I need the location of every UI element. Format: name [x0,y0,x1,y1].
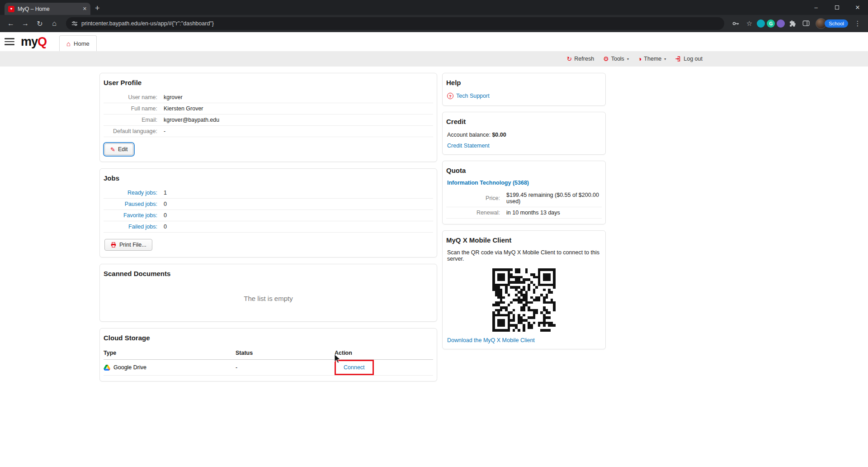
google-drive-icon [104,365,110,371]
print-file-button[interactable]: Print File... [104,239,152,251]
jobs-row: Failed jobs: 0 [104,221,433,233]
logout-button[interactable]: Log out [675,56,703,62]
print-file-label: Print File... [119,242,146,248]
card-title: User Profile [104,79,433,92]
card-title: Scanned Documents [104,270,433,283]
storage-type-label: Google Drive [113,364,146,371]
chevron-down-icon: ▾ [664,57,666,61]
tools-label: Tools [611,56,624,62]
row-value: in 10 months 13 days [506,210,560,216]
profile-name-pill: School [825,19,848,28]
tech-support-link[interactable]: Tech Support [456,93,490,99]
empty-list-text: The list is empty [104,283,433,316]
new-tab-button[interactable]: + [95,4,100,13]
row-label: Price: [446,195,500,201]
home-icon[interactable]: ⌂ [48,17,61,30]
balance-value: $0.00 [492,132,506,138]
connect-link[interactable]: Connect [344,364,365,371]
tab-close-icon[interactable]: ✕ [83,6,87,12]
bookmark-star-icon[interactable]: ☆ [743,18,755,29]
site-settings-icon[interactable] [71,20,78,27]
tab-home[interactable]: ⌂ Home [59,35,97,51]
quota-account-link[interactable]: Information Technology (5368) [447,180,529,186]
profile-row: Email: kgrover@baypath.edu [104,114,433,126]
browser-profile-button[interactable]: School [816,18,848,29]
myq-logo: myQ [21,35,47,49]
browser-menu-kebab-icon[interactable]: ⋮ [852,18,863,29]
card-title: Jobs [104,174,433,187]
printer-icon [110,242,117,248]
paused-jobs-link[interactable]: Paused jobs: [104,201,157,207]
jobs-row: Favorite jobs: 0 [104,210,433,221]
edit-button[interactable]: ✎ Edit [104,143,133,155]
reload-icon[interactable]: ↻ [33,17,46,30]
logout-icon [675,56,681,62]
app-header: myQ ⌂ Home [0,32,868,51]
logo-text-my: my [21,35,38,49]
download-mobile-client-link[interactable]: Download the MyQ X Mobile Client [447,337,535,343]
row-value: $199.45 remaining ($0.55 of $200.00 used… [506,192,602,205]
refresh-label: Refresh [574,56,594,62]
extensions-puzzle-icon[interactable] [787,18,798,29]
theme-menu-button[interactable]: ◑ Theme ▾ [638,56,666,62]
extension-badge-1-icon[interactable] [757,19,765,28]
browser-navbar: ← → ↻ ⌂ printcenter.baypath.edu/en-us/ap… [0,15,868,32]
row-label: Email: [104,117,157,123]
column-header-action: Action [335,350,433,356]
myq-favicon-icon: ♥ [8,6,14,12]
profile-row: Full name: Kiersten Grover [104,103,433,114]
column-header-status: Status [236,350,335,356]
edit-button-label: Edit [118,146,128,152]
jobs-row: Ready jobs: 1 [104,187,433,199]
row-value: 0 [164,212,167,219]
hamburger-menu-icon[interactable] [5,38,14,45]
table-row: Google Drive - Connect [104,360,433,376]
password-key-icon[interactable] [730,18,741,29]
window-minimize-button[interactable]: – [806,0,826,15]
card-title: Quota [446,167,602,180]
cloud-storage-card: Cloud Storage Type Status Action Goo [99,328,437,381]
side-panel-icon[interactable] [800,18,812,29]
extension-badge-grammarly-icon[interactable]: G [767,19,775,28]
chevron-down-icon: ▾ [627,57,629,61]
ready-jobs-link[interactable]: Ready jobs: [104,190,157,196]
refresh-button[interactable]: ↻ Refresh [567,56,594,62]
mouse-cursor [334,354,342,364]
row-value: kgrover [164,94,183,100]
row-label: Renewal: [446,210,500,216]
failed-jobs-link[interactable]: Failed jobs: [104,224,157,230]
window-close-button[interactable]: ✕ [847,0,868,15]
theme-label: Theme [644,56,661,62]
table-header: Type Status Action [104,347,433,360]
quota-row: Price: $199.45 remaining ($0.55 of $200.… [446,190,602,207]
card-title: Cloud Storage [104,334,433,347]
favorite-jobs-link[interactable]: Favorite jobs: [104,212,157,219]
url-bar[interactable]: printcenter.baypath.edu/en-us/app/#{"r":… [66,17,724,30]
storage-status-value: - [236,364,335,371]
url-text[interactable]: printcenter.baypath.edu/en-us/app/#{"r":… [81,20,214,27]
tools-menu-button[interactable]: ⚙ Tools ▾ [603,56,629,62]
extension-badge-3-icon[interactable] [777,19,785,28]
dashboard-content: User Profile User name: kgrover Full nam… [0,67,868,381]
help-card: Help ? Tech Support [442,73,606,106]
forward-icon[interactable]: → [19,17,32,30]
window-controls: – ✕ [806,0,868,15]
row-value: 1 [164,190,167,196]
back-icon[interactable]: ← [5,17,17,30]
window-titlebar: ♥ MyQ – Home ✕ + – ✕ [0,0,868,15]
account-balance-line: Account balance: $0.00 [446,131,602,143]
balance-label: Account balance: [447,132,491,138]
home-tab-icon: ⌂ [66,40,71,47]
credit-statement-link[interactable]: Credit Statement [447,143,490,149]
card-title: Credit [446,118,602,131]
question-mark-icon: ? [447,93,453,99]
theme-icon: ◑ [638,56,642,62]
home-tab-label: Home [74,40,90,47]
mobile-client-card: MyQ X Mobile Client Scan the QR code via… [442,230,606,349]
browser-tab[interactable]: ♥ MyQ – Home ✕ [5,3,90,15]
quota-row: Renewal: in 10 months 13 days [446,207,602,219]
pencil-icon: ✎ [110,147,115,152]
window-maximize-button[interactable] [826,0,847,15]
tools-icon: ⚙ [603,56,609,62]
row-value: 0 [164,201,167,207]
